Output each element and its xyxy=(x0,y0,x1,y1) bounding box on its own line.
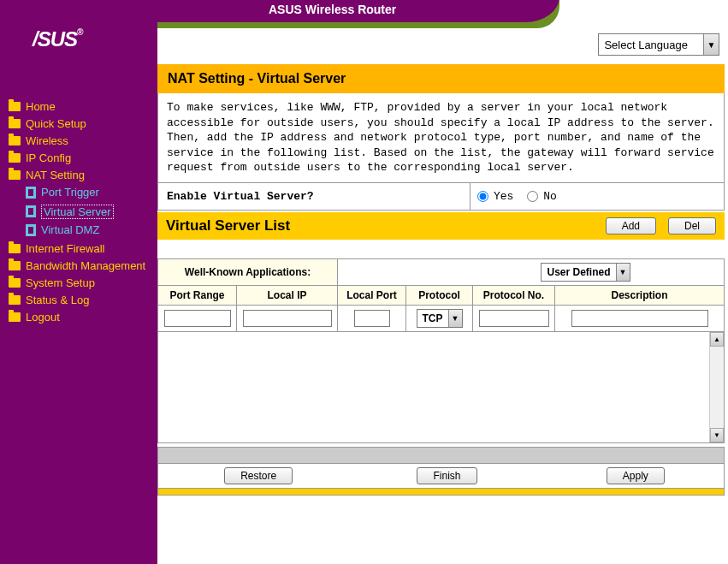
chevron-down-icon: ▼ xyxy=(448,310,462,327)
nav-status-log[interactable]: Status & Log xyxy=(9,294,89,306)
folder-icon xyxy=(9,244,21,253)
nav-logout[interactable]: Logout xyxy=(9,311,60,324)
folder-icon xyxy=(9,170,21,180)
page-description: To make services, like WWW, FTP, provide… xyxy=(157,93,725,183)
col-protocol: Protocol xyxy=(406,285,473,305)
nav-bandwidth-management[interactable]: Bandwidth Management xyxy=(9,259,145,272)
nav-quick-setup[interactable]: Quick Setup xyxy=(9,117,86,130)
nav-system-setup[interactable]: System Setup xyxy=(9,276,95,289)
wka-select-value: User Defined xyxy=(542,266,615,278)
nav-nat-setting[interactable]: NAT Setting xyxy=(9,169,85,181)
add-button[interactable]: Add xyxy=(606,217,656,235)
page-icon xyxy=(26,205,36,217)
col-description: Description xyxy=(555,285,725,305)
folder-icon xyxy=(9,278,21,288)
col-local-port: Local Port xyxy=(338,285,406,305)
footer-accent xyxy=(157,489,725,496)
virtual-server-list-header: Virtual Server List Add Del xyxy=(157,212,725,240)
chevron-down-icon: ▼ xyxy=(616,264,630,281)
nav-menu: Home Quick Setup Wireless IP Config NAT … xyxy=(0,98,157,326)
nav-virtual-server[interactable]: Virtual Server xyxy=(26,205,114,219)
enable-no-radio[interactable] xyxy=(527,191,538,202)
scroll-down-icon[interactable]: ▼ xyxy=(710,428,724,442)
folder-icon xyxy=(9,119,21,128)
product-title: ASUS Wireless Router xyxy=(157,0,534,22)
enable-yes-label: Yes xyxy=(494,190,513,203)
restore-button[interactable]: Restore xyxy=(224,467,293,484)
nav-virtual-dmz[interactable]: Virtual DMZ xyxy=(26,223,99,236)
col-protocol-no: Protocol No. xyxy=(473,285,555,305)
sidebar: /SUS® Home Quick Setup Wireless IP Confi… xyxy=(0,0,157,564)
col-port-range: Port Range xyxy=(158,285,237,305)
wka-select[interactable]: User Defined ▼ xyxy=(541,263,630,282)
scroll-up-icon[interactable]: ▲ xyxy=(710,332,724,347)
col-local-ip: Local IP xyxy=(237,285,338,305)
table-row: TCP ▼ xyxy=(158,305,725,331)
chevron-down-icon: ▼ xyxy=(703,34,719,55)
folder-icon xyxy=(9,312,21,322)
brand-logo: /SUS® xyxy=(0,0,157,51)
nav-wireless[interactable]: Wireless xyxy=(9,134,68,147)
folder-icon xyxy=(9,261,21,270)
footer-separator xyxy=(157,447,725,464)
scrollbar[interactable]: ▲ ▼ xyxy=(709,332,724,442)
protocol-select-value: TCP xyxy=(417,312,448,324)
nav-internet-firewall[interactable]: Internet Firewall xyxy=(9,242,104,255)
main-content: Select Language ▼ NAT Setting - Virtual … xyxy=(157,28,725,496)
language-select[interactable]: Select Language ▼ xyxy=(598,33,719,56)
enable-no-label: No xyxy=(543,190,557,203)
footer-buttons: Restore Finish Apply xyxy=(157,464,725,489)
entries-list: ▲ ▼ xyxy=(157,332,725,443)
finish-button[interactable]: Finish xyxy=(417,467,476,484)
folder-icon xyxy=(9,153,21,163)
protocol-no-input[interactable] xyxy=(479,310,549,327)
folder-icon xyxy=(9,136,21,145)
enable-virtual-server-row: Enable Virtual Server? Yes No xyxy=(157,183,725,211)
nav-home[interactable]: Home xyxy=(9,100,56,113)
page-icon xyxy=(26,224,36,236)
folder-icon xyxy=(9,102,21,111)
protocol-select[interactable]: TCP ▼ xyxy=(417,309,463,328)
language-select-value: Select Language xyxy=(599,39,703,51)
apply-button[interactable]: Apply xyxy=(607,467,665,484)
folder-icon xyxy=(9,295,21,305)
page-icon xyxy=(26,187,36,199)
enable-yes-radio[interactable] xyxy=(477,191,488,202)
virtual-server-table: Well-Known Applications: User Defined ▼ … xyxy=(157,258,725,332)
wka-label: Well-Known Applications: xyxy=(158,258,338,285)
list-heading: Virtual Server List xyxy=(166,217,594,235)
local-ip-input[interactable] xyxy=(243,310,332,327)
page-title: NAT Setting - Virtual Server xyxy=(157,64,725,93)
port-range-input[interactable] xyxy=(164,310,231,327)
local-port-input[interactable] xyxy=(354,310,390,327)
nav-port-trigger[interactable]: Port Trigger xyxy=(26,186,99,199)
description-input[interactable] xyxy=(571,310,708,327)
del-button[interactable]: Del xyxy=(668,217,716,235)
enable-label: Enable Virtual Server? xyxy=(158,183,471,210)
nav-ip-config[interactable]: IP Config xyxy=(9,151,71,164)
